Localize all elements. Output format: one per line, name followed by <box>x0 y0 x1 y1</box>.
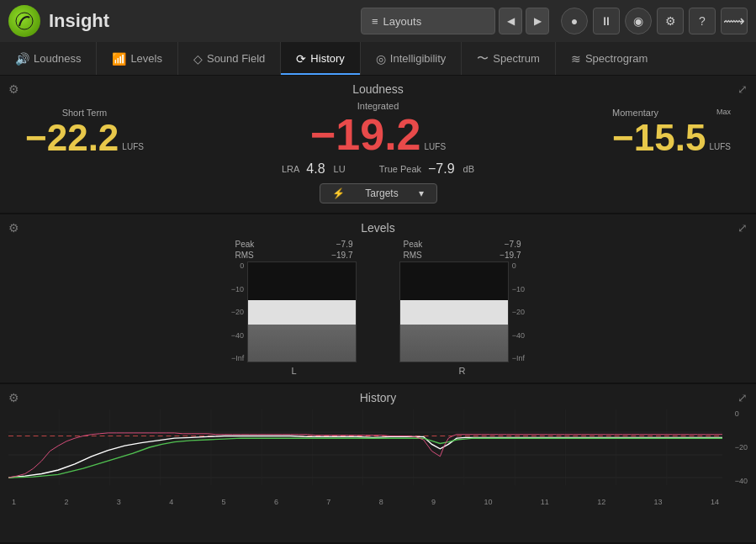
integrated-section: Integrated −19.2 LUFS <box>310 101 446 156</box>
time-5: 5 <box>222 498 226 506</box>
levels-panel: ⚙ ⤢ Levels Peak −7.9 RMS −19.7 0 −10 −20 <box>0 214 756 384</box>
history-expand-icon[interactable]: ⤢ <box>737 391 748 404</box>
layouts-icon: ≡ <box>372 15 378 28</box>
time-1: 1 <box>12 498 16 506</box>
scale-inf-left: −Inf <box>231 354 244 362</box>
loudness-expand-icon[interactable]: ⤢ <box>737 82 748 96</box>
spectrum-tab-icon: 〜 <box>477 51 489 66</box>
time-10: 10 <box>484 498 492 506</box>
time-4: 4 <box>169 498 173 506</box>
tab-soundfield[interactable]: ◇ Sound Field <box>178 42 281 75</box>
short-term-unit: LUFS <box>122 142 144 151</box>
level-rms-header-right: RMS −19.7 <box>404 251 521 260</box>
true-peak-section: True Peak −7.9 dB <box>379 161 474 177</box>
time-13: 13 <box>654 498 663 506</box>
history-tab-icon: ⟳ <box>296 52 306 66</box>
targets-chevron: ▾ <box>419 187 424 199</box>
extra-button[interactable]: ⟿ <box>721 8 748 34</box>
level-channel-right: Peak −7.9 RMS −19.7 0 −10 −20 −40 <box>404 240 521 376</box>
scale-20-left: −20 <box>231 308 244 316</box>
rms-value-right: −19.7 <box>500 251 521 260</box>
momentary-max-label: Max <box>716 108 731 116</box>
channel-label-left: L <box>291 366 296 376</box>
loudness-panel: ⚙ ⤢ Loudness Short Term −22.2 LUFS Integ… <box>0 76 756 214</box>
history-settings-icon[interactable]: ⚙ <box>8 391 19 404</box>
left-meter <box>247 261 357 362</box>
main-content: ⚙ ⤢ Loudness Short Term −22.2 LUFS Integ… <box>0 76 756 544</box>
history-chart <box>8 409 722 485</box>
level-header-left: Peak −7.9 <box>235 240 353 249</box>
tab-history[interactable]: ⟳ History <box>281 42 360 75</box>
time-11: 11 <box>541 498 549 506</box>
time-2: 2 <box>64 498 68 506</box>
layouts-bar: ≡ Layouts ◀ ▶ ● ⏸ ◉ ⚙ ? ⟿ <box>361 8 748 34</box>
history-chart-container: 0 −20 −40 1 2 3 4 5 6 7 8 9 10 11 12 13 … <box>8 409 748 506</box>
integrated-unit: LUFS <box>425 142 447 151</box>
app-logo <box>8 5 40 37</box>
targets-label: Targets <box>365 187 398 199</box>
peak-value-right: −7.9 <box>505 240 521 249</box>
history-panel: ⚙ ⤢ History <box>0 384 756 544</box>
levels-expand-icon[interactable]: ⤢ <box>737 221 748 235</box>
true-peak-value: −7.9 <box>428 161 455 177</box>
scale-40-left: −40 <box>231 331 244 340</box>
targets-row: ⚡ Targets ▾ <box>8 183 748 203</box>
loudness-tab-icon: 🔊 <box>15 52 29 66</box>
levels-settings-icon[interactable]: ⚙ <box>8 221 19 235</box>
pause-button[interactable]: ⏸ <box>593 8 620 34</box>
rms-label: RMS <box>235 251 254 260</box>
prev-layout-button[interactable]: ◀ <box>499 8 522 34</box>
time-12: 12 <box>597 498 605 506</box>
tab-loudness[interactable]: 🔊 Loudness <box>0 42 97 75</box>
tab-spectrogram[interactable]: ≋ Spectrogram <box>556 42 663 75</box>
peak-label-right: Peak <box>404 240 423 249</box>
true-peak-unit: dB <box>463 164 474 174</box>
settings-button[interactable]: ⚙ <box>657 8 684 34</box>
peak-label: Peak <box>235 240 255 249</box>
record-button[interactable]: ◉ <box>625 8 652 34</box>
time-14: 14 <box>711 498 719 506</box>
soundfield-tab-icon: ◇ <box>193 52 203 66</box>
intelligibility-tab-icon: ◎ <box>376 52 386 66</box>
rms-label-right: RMS <box>404 251 422 260</box>
tab-levels-label: Levels <box>130 52 162 65</box>
history-scale-bottom: 1 2 3 4 5 6 7 8 9 10 11 12 13 14 <box>8 498 722 506</box>
loudness-settings-icon[interactable]: ⚙ <box>8 82 19 96</box>
time-9: 9 <box>431 498 436 506</box>
time-3: 3 <box>117 498 121 506</box>
integrated-value: −19.2 <box>310 113 421 156</box>
channel-label-right: R <box>459 366 466 376</box>
loudness-panel-title: Loudness <box>8 82 748 96</box>
scale-0-left: 0 <box>231 261 244 270</box>
levels-tab-icon: 📶 <box>112 52 126 66</box>
loudness-metrics-row: LRA 4.8 LU True Peak −7.9 dB <box>8 161 748 177</box>
lra-unit: LU <box>334 164 346 174</box>
levels-meters: Peak −7.9 RMS −19.7 0 −10 −20 −40 −Inf <box>8 240 748 376</box>
layouts-label: Layouts <box>383 15 422 28</box>
scale-10-right: −10 <box>512 285 525 293</box>
tab-spectrum[interactable]: 〜 Spectrum <box>462 42 556 75</box>
loudness-values-row: Short Term −22.2 LUFS Integrated −19.2 L… <box>8 101 748 156</box>
rms-value-left: −19.7 <box>331 251 352 260</box>
short-term-section: Short Term −22.2 LUFS <box>25 108 144 156</box>
history-scale-right: 0 −20 −40 <box>735 409 748 485</box>
levels-panel-title: Levels <box>8 221 748 235</box>
scale-40-right: −40 <box>512 331 525 340</box>
tab-intelligibility[interactable]: ◎ Intelligibility <box>361 42 462 75</box>
monitor-button[interactable]: ● <box>561 8 588 34</box>
scale-0-right: 0 <box>512 261 525 270</box>
level-header-right: Peak −7.9 <box>404 240 521 249</box>
tab-levels[interactable]: 📶 Levels <box>97 42 178 75</box>
header-controls: ● ⏸ ◉ ⚙ ? ⟿ <box>561 8 748 34</box>
header: Insight ≡ Layouts ◀ ▶ ● ⏸ ◉ ⚙ ? ⟿ <box>0 0 756 42</box>
scale-right-20: −20 <box>735 443 748 452</box>
layouts-button[interactable]: ≡ Layouts <box>361 8 495 34</box>
help-button[interactable]: ? <box>689 8 716 34</box>
level-channel-left: Peak −7.9 RMS −19.7 0 −10 −20 −40 −Inf <box>235 240 353 376</box>
next-layout-button[interactable]: ▶ <box>526 8 549 34</box>
tab-spectrogram-label: Spectrogram <box>585 52 648 65</box>
momentary-value: −15.5 <box>612 119 706 156</box>
history-panel-title: History <box>8 391 748 404</box>
tab-history-label: History <box>310 52 344 65</box>
targets-button[interactable]: ⚡ Targets ▾ <box>320 183 437 203</box>
